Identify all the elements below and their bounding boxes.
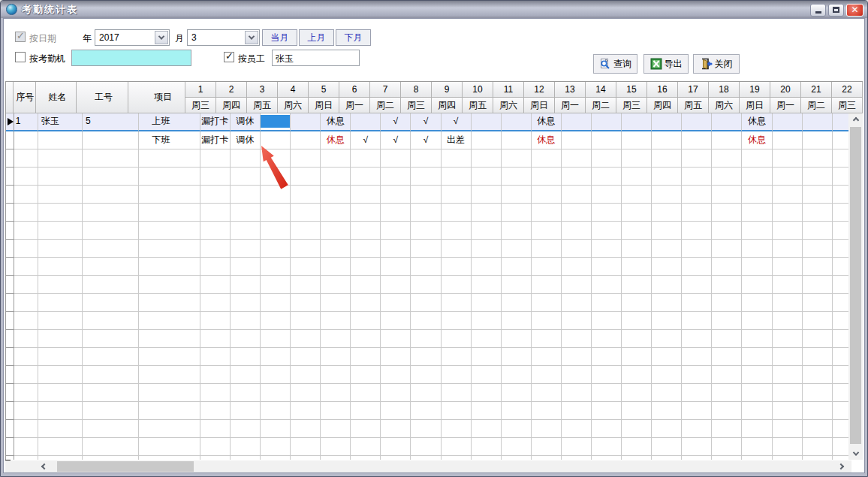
- year-select[interactable]: 2017: [95, 29, 170, 46]
- grid-cell[interactable]: [291, 348, 321, 366]
- grid-cell[interactable]: [139, 294, 200, 312]
- grid-cell[interactable]: [472, 312, 502, 330]
- grid-cell[interactable]: [652, 384, 682, 402]
- grid-cell[interactable]: [502, 113, 532, 131]
- grid-cell[interactable]: [803, 294, 833, 312]
- grid-cell[interactable]: [472, 384, 502, 402]
- row-indicator[interactable]: [6, 149, 14, 168]
- grid-cell[interactable]: [472, 204, 502, 222]
- grid-cell[interactable]: [261, 402, 291, 420]
- grid-cell[interactable]: [442, 366, 472, 384]
- grid-cell[interactable]: [773, 312, 803, 330]
- scroll-right-button[interactable]: [832, 460, 850, 472]
- title-bar[interactable]: 考勤统计表 ✕: [1, 1, 867, 18]
- grid-cell[interactable]: [472, 366, 502, 384]
- grid-cell[interactable]: [14, 330, 38, 348]
- grid-cell[interactable]: [652, 420, 682, 438]
- grid-cell[interactable]: [442, 456, 472, 460]
- grid-cell[interactable]: [773, 276, 803, 294]
- grid-cell[interactable]: [321, 330, 351, 348]
- grid-cell[interactable]: [200, 366, 231, 384]
- grid-cell[interactable]: [231, 149, 261, 168]
- grid-cell[interactable]: [682, 222, 712, 240]
- grid-cell[interactable]: [200, 330, 231, 348]
- grid-cell[interactable]: [381, 438, 411, 456]
- row-indicator[interactable]: [6, 348, 14, 366]
- grid-cell[interactable]: [351, 149, 381, 168]
- grid-cell[interactable]: [38, 330, 83, 348]
- grid-cell[interactable]: [712, 366, 742, 384]
- grid-cell[interactable]: [532, 384, 562, 402]
- grid-cell[interactable]: [321, 456, 351, 460]
- grid-cell[interactable]: [562, 312, 592, 330]
- grid-cell[interactable]: [562, 438, 592, 456]
- grid-cell[interactable]: [742, 456, 772, 460]
- grid-cell[interactable]: [742, 258, 772, 276]
- grid-cell[interactable]: [291, 384, 321, 402]
- machine-input[interactable]: [71, 50, 191, 66]
- row-indicator[interactable]: [6, 186, 14, 204]
- grid-cell[interactable]: [291, 330, 321, 348]
- grid-cell[interactable]: [411, 204, 441, 222]
- grid-cell[interactable]: 休息: [532, 131, 562, 149]
- grid-cell[interactable]: [652, 276, 682, 294]
- grid-cell[interactable]: [411, 312, 441, 330]
- grid-cell[interactable]: [139, 438, 200, 456]
- grid-cell[interactable]: [351, 312, 381, 330]
- grid-cell[interactable]: [200, 402, 231, 420]
- grid-cell[interactable]: [38, 204, 83, 222]
- grid-cell[interactable]: [652, 366, 682, 384]
- grid-cell[interactable]: [321, 149, 351, 168]
- grid-cell[interactable]: [773, 131, 803, 149]
- row-indicator[interactable]: [6, 204, 14, 222]
- grid-cell[interactable]: [231, 204, 261, 222]
- grid-cell[interactable]: [773, 420, 803, 438]
- grid-cell[interactable]: [139, 222, 200, 240]
- grid-cell[interactable]: [139, 168, 200, 186]
- grid-cell[interactable]: [381, 204, 411, 222]
- grid-cell[interactable]: [261, 348, 291, 366]
- grid-cell[interactable]: [472, 438, 502, 456]
- grid-cell[interactable]: [14, 384, 38, 402]
- grid-cell[interactable]: 漏打卡: [200, 131, 231, 149]
- grid-cell[interactable]: [742, 240, 772, 258]
- grid-cell[interactable]: [682, 168, 712, 186]
- grid-cell[interactable]: [442, 258, 472, 276]
- grid-cell[interactable]: [803, 348, 833, 366]
- grid-cell[interactable]: [200, 168, 231, 186]
- grid-cell[interactable]: [592, 456, 622, 460]
- grid-cell[interactable]: [291, 402, 321, 420]
- grid-cell[interactable]: [14, 456, 38, 460]
- grid-cell[interactable]: [351, 384, 381, 402]
- grid-cell[interactable]: [472, 222, 502, 240]
- grid-cell[interactable]: [592, 149, 622, 168]
- grid-cell[interactable]: [592, 276, 622, 294]
- grid-cell[interactable]: [381, 456, 411, 460]
- grid-cell[interactable]: [622, 366, 652, 384]
- grid-cell[interactable]: [291, 456, 321, 460]
- grid-cell[interactable]: [139, 420, 200, 438]
- grid-cell[interactable]: [261, 131, 291, 149]
- grid-cell[interactable]: [261, 204, 291, 222]
- grid-cell[interactable]: [562, 240, 592, 258]
- grid-cell[interactable]: [261, 312, 291, 330]
- grid-cell[interactable]: [803, 366, 833, 384]
- grid-cell[interactable]: [652, 348, 682, 366]
- grid-cell[interactable]: [502, 366, 532, 384]
- grid-cell[interactable]: [532, 438, 562, 456]
- grid-cell[interactable]: [139, 312, 200, 330]
- grid-cell[interactable]: [592, 312, 622, 330]
- grid-cell[interactable]: [261, 330, 291, 348]
- grid-cell[interactable]: [742, 366, 772, 384]
- grid-cell[interactable]: [291, 149, 321, 168]
- grid-cell[interactable]: [231, 330, 261, 348]
- grid-cell[interactable]: [381, 276, 411, 294]
- grid-cell[interactable]: [502, 420, 532, 438]
- grid-cell[interactable]: [712, 438, 742, 456]
- grid-cell[interactable]: [200, 438, 231, 456]
- grid-cell[interactable]: [261, 366, 291, 384]
- grid-cell[interactable]: [712, 186, 742, 204]
- grid-cell[interactable]: [442, 276, 472, 294]
- grid-cell[interactable]: [742, 312, 772, 330]
- grid-cell[interactable]: [472, 420, 502, 438]
